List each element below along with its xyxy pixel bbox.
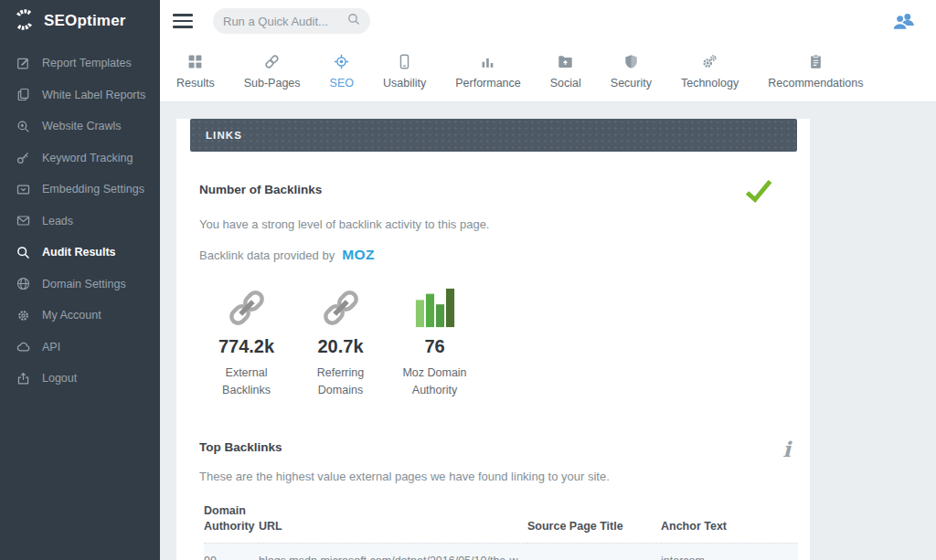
backlinks-title: Number of Backlinks [199,179,322,196]
sidebar-item-label: Embedding Settings [42,183,144,195]
tab-seo[interactable]: SEO [315,54,368,101]
logo-text: SEOptimer [44,12,126,30]
url-cell[interactable]: blogs.msdn.microsoft.com/dotnet/2016/05/… [259,543,527,560]
users-icon[interactable] [891,13,916,30]
backlink-stats: 774.2kExternal Backlinks20.7kReferring D… [199,283,798,400]
cloud-icon [16,340,30,354]
bar-chart-icon [480,54,495,69]
search-icon [16,245,30,259]
tab-security[interactable]: Security [596,54,666,101]
gear-icon [16,308,30,322]
tab-social[interactable]: Social [536,54,596,101]
magnifier-zoom-icon [16,119,30,133]
sidebar-item-label: Keyword Tracking [42,152,133,164]
tab-label: Results [176,77,215,90]
top-backlinks-table-body: 99blogs.msdn.microsoft.com/dotnet/2016/0… [204,543,798,560]
menu-toggle-button[interactable] [173,14,193,28]
tab-label: SEO [330,77,354,90]
sidebar-item-leads[interactable]: Leads [0,206,160,238]
stat-external-backlinks: 774.2kExternal Backlinks [199,283,293,400]
top-backlinks-table: Domain Authority URL Source Page Title A… [204,503,798,560]
info-icon[interactable]: i [782,437,798,460]
anchor-text-cell: intercom [661,543,798,560]
sidebar-item-label: Audit Results [42,246,116,259]
quick-audit-search [213,8,370,34]
tab-usability[interactable]: Usability [368,54,441,101]
edit-icon [16,56,30,70]
sidebar-menu: Report TemplatesWhite Label ReportsWebsi… [0,42,160,395]
target-icon [334,54,349,69]
source-page-title-cell [527,543,661,560]
grid-icon [187,54,203,69]
main-area: ResultsSub-PagesSEOUsabilityPerformanceS… [160,0,936,560]
sidebar-item-label: Website Crawls [42,120,122,132]
success-check-icon [745,179,798,207]
tab-results[interactable]: Results [162,54,229,101]
sidebar-item-website-crawls[interactable]: Website Crawls [0,111,160,143]
sidebar-item-domain-settings[interactable]: Domain Settings [0,269,160,301]
sidebar-item-logout[interactable]: Logout [0,363,160,395]
chain-link-icon [199,283,293,329]
sidebar-item-embedding-settings[interactable]: Embedding Settings [0,174,160,206]
stat-referring-domains: 20.7kReferring Domains [293,283,388,400]
column-header-source-page-title: Source Page Title [527,503,661,543]
stat-label: External Backlinks [199,365,293,400]
column-header-url: URL [259,503,527,543]
provider-text: Backlink data provided by [199,248,335,262]
moz-logo[interactable]: MOZ [342,247,375,263]
envelope-icon [16,214,30,228]
tab-technology[interactable]: Technology [666,54,753,101]
chain-icon [264,54,280,69]
domain-authority-cell: 99 [204,543,259,560]
search-icon [347,13,360,29]
sidebar-item-label: Leads [42,215,73,227]
sidebar-item-label: Logout [42,372,77,385]
seoptimer-logo-icon [12,7,37,36]
sidebar-item-white-label-reports[interactable]: White Label Reports [0,79,160,111]
shield-icon [623,54,639,69]
links-section-header: LINKS [190,119,797,152]
tab-performance[interactable]: Performance [441,54,536,101]
search-input[interactable] [223,15,347,28]
domain-bars-icon [388,283,482,329]
sidebar-item-label: My Account [42,309,101,322]
tab-label: Performance [455,77,521,90]
logo[interactable]: SEOptimer [0,0,160,42]
sidebar-item-report-templates[interactable]: Report Templates [0,48,160,79]
backlinks-description: You have a strong level of backlink acti… [199,217,798,231]
table-row: 99blogs.msdn.microsoft.com/dotnet/2016/0… [204,543,798,560]
stat-value: 76 [388,336,482,357]
clipboard-icon [808,54,824,69]
key-icon [16,151,30,165]
links-card: LINKS Number of Backlinks You have a str… [176,119,810,560]
stat-value: 774.2k [199,336,293,357]
sidebar: SEOptimer Report TemplatesWhite Label Re… [0,0,160,560]
stat-label: Referring Domains [293,365,388,400]
copy-icon [16,88,30,102]
sidebar-item-api[interactable]: API [0,332,160,364]
sidebar-item-keyword-tracking[interactable]: Keyword Tracking [0,143,160,174]
logout-icon [16,371,30,386]
tab-label: Sub-Pages [244,77,301,90]
top-backlinks-title: Top Backlinks [199,437,282,454]
tab-label: Recommendations [768,77,863,90]
tab-sub-pages[interactable]: Sub-Pages [229,54,315,101]
sidebar-item-my-account[interactable]: My Account [0,300,160,332]
column-header-anchor-text: Anchor Text [661,503,798,543]
sidebar-item-audit-results[interactable]: Audit Results [0,237,160,269]
sidebar-item-label: API [42,341,60,354]
links-header-label: LINKS [206,130,242,141]
top-backlinks-description: These are the highest value external pag… [199,470,798,483]
report-tabbar: ResultsSub-PagesSEOUsabilityPerformanceS… [160,42,936,102]
sidebar-item-label: Report Templates [42,57,132,69]
content: LINKS Number of Backlinks You have a str… [160,102,936,560]
gears-icon [702,54,718,69]
chain-link-icon [293,283,388,329]
top-backlinks-section: Top Backlinks i These are the highest va… [199,437,798,560]
sidebar-item-label: Domain Settings [42,278,126,291]
stat-value: 20.7k [293,336,388,357]
topbar [160,0,936,42]
tab-recommendations[interactable]: Recommendations [753,54,878,101]
stat-moz-domain-authority: 76Moz Domain Authority [388,283,482,400]
tab-label: Usability [383,77,426,90]
